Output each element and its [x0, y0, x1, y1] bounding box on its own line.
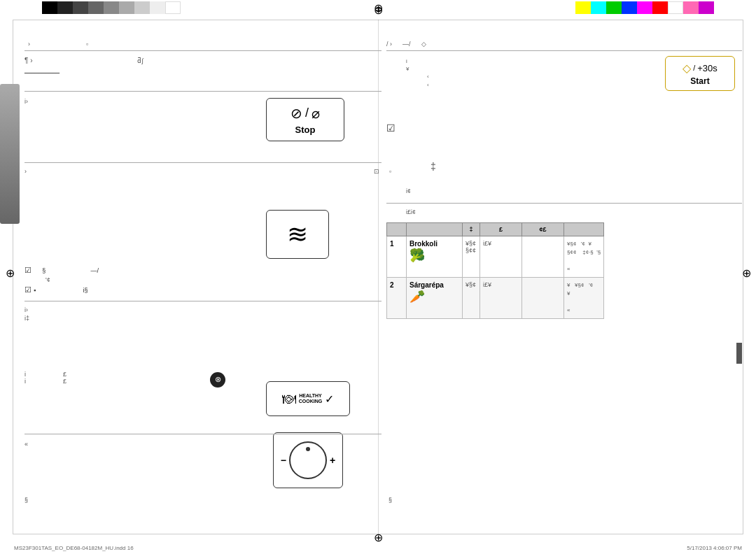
rp-top-line — [386, 50, 742, 51]
start-button-label: Start — [690, 76, 709, 86]
lp-bottom-currency: ££ — [63, 371, 66, 385]
lp-bottom-i: ii — [24, 371, 26, 385]
dial-indicator-dot — [306, 447, 310, 451]
right-reg-mark: ⊕ — [739, 266, 753, 280]
table-header-name — [407, 223, 463, 236]
paragraph-symbol: ¶ › — [24, 57, 32, 64]
dial-circle[interactable] — [289, 441, 327, 479]
row2-name-text: Sárgarépa — [410, 281, 459, 289]
diamond-icon: ◇ — [682, 62, 691, 75]
swatch-mid2 — [104, 1, 119, 14]
row2-col4: i£¥ — [480, 278, 522, 319]
check-icon-2: ☑ — [24, 285, 31, 294]
footer: MS23F301TAS_EO_DE68-04182M_HU.indd 16 5/… — [14, 545, 742, 551]
rp-box-sym: ▫ — [389, 168, 391, 175]
row1-num: 1 — [387, 236, 407, 278]
check-icon-right: ☑ — [386, 122, 396, 134]
table-row: 2 Sárgarépa 🥕 ¥§¢ i£¥ ¥ ¥§¢ '¢ ¥ « — [387, 278, 604, 319]
right-edge-mark — [736, 343, 742, 364]
swatch-cyan — [591, 1, 606, 14]
row2-col3: ¥§¢ — [463, 278, 480, 319]
swatch-lighter — [150, 1, 165, 14]
bottom-center-reg-mark: ⊕ — [371, 530, 385, 544]
lp-tick-note: '¢ — [46, 276, 50, 283]
row1-name: Brokkoli 🥦 — [407, 236, 463, 278]
square-sym: ▪ — [34, 287, 36, 294]
row2-name: Sárgarépa 🥕 — [407, 278, 463, 319]
healthy-ok-icon: ✓ — [325, 392, 334, 406]
dial-box: − + — [273, 432, 343, 488]
swatch-blue — [622, 1, 637, 14]
footer-datetime: 5/17/2013 4:06:07 PM — [687, 545, 742, 551]
swatch-white2 — [668, 1, 683, 14]
isec-sym: i§ — [83, 287, 88, 294]
swatch-white — [165, 1, 181, 14]
row1-col3: ¥§¢§¢¢ — [463, 236, 480, 278]
swatch-pink — [683, 1, 699, 14]
nav-box: ▫ — [86, 41, 88, 48]
stop-circle-slash-icon: ⊘ — [290, 105, 302, 122]
start-button-top: ◇ / +30s — [682, 62, 718, 75]
swatch-red — [652, 1, 668, 14]
footer-file-info: MS23F301TAS_EO_DE68-04182M_HU.indd 16 — [14, 545, 134, 551]
lp-sym-i: i› — [24, 98, 28, 105]
rp-currency-sym: i¢ — [406, 187, 411, 194]
swatch-dark1 — [57, 1, 73, 14]
rp-bottom-section: § — [388, 497, 392, 504]
lp-rule3 — [24, 301, 382, 301]
negative-circle-icon: ⊗ — [210, 372, 225, 388]
left-reg-mark: ⊕ — [3, 266, 17, 280]
food-table: ‡ £ ¢£ 1 Brokkoli 🥦 ¥§¢§¢¢ i£¥ ¥§¢ '¢ ¥ … — [386, 222, 604, 319]
grayscale-bar — [42, 1, 181, 14]
lp-sym-idagger: i› — [24, 306, 28, 313]
swatch-yellow — [575, 1, 591, 14]
lp-sym-idagger2: i‡ — [24, 315, 29, 322]
rp-rule1 — [386, 203, 742, 204]
lp-section1: ¶ › ƌ∫ — [24, 56, 144, 64]
row1-col4: i£¥ — [480, 236, 522, 278]
table-header-dagger: ‡ — [463, 223, 480, 236]
underline-link: __________ — [24, 66, 59, 73]
check-icon-1: ☑ — [24, 266, 31, 274]
lp-rule2 — [24, 162, 382, 163]
swatch-light1 — [119, 1, 134, 14]
lp-underline-text: __________ — [24, 65, 59, 73]
lp-rule1 — [24, 91, 382, 92]
swatch-dark2 — [73, 1, 88, 14]
lp-section3-sym-right: ⊡ — [374, 168, 379, 175]
doc-icon-box: ≋ — [266, 210, 329, 259]
swatch-green — [606, 1, 622, 14]
lp-check1: ☑ § —/ — [24, 266, 99, 275]
start-button[interactable]: ◇ / +30s Start — [665, 56, 735, 91]
section-symbol-right: ƌ∫ — [137, 57, 143, 64]
row1-name-text: Brokkoli — [410, 240, 459, 248]
rp-dagger: ‡ — [430, 161, 436, 172]
lp-section3-sym: › — [24, 168, 27, 175]
plate-icon-box: 🍽 HEALTHYCOOKING ✓ — [266, 381, 350, 416]
row2-icon: 🥕 — [410, 290, 425, 304]
swatch-black — [42, 1, 57, 14]
row2-notes: ¥ ¥§¢ '¢ ¥ « — [564, 278, 604, 319]
stop-button[interactable]: ⊘ / ⌀ Stop — [266, 98, 344, 141]
row2-col5 — [522, 278, 564, 319]
rp-small-text1: i¥ ‹ ‹ — [406, 57, 429, 89]
stop-separator: / — [305, 106, 309, 120]
doc-page-icon: ≋ — [287, 220, 308, 249]
row2-num: 2 — [387, 278, 407, 319]
start-plus30: / — [693, 64, 695, 72]
stop-alt-icon: ⌀ — [312, 105, 320, 122]
healthy-cooking-label: HEALTHYCOOKING — [299, 393, 322, 405]
lp-check2: ☑ ▪ i§ — [24, 285, 88, 294]
stop-button-icons: ⊘ / ⌀ — [290, 105, 320, 122]
row1-col5 — [522, 236, 564, 278]
lp-top-nav: › ▫ — [28, 41, 88, 48]
row1-notes: ¥§¢ '¢ ¥ §¢¢ ‡¢·§ '§ « — [564, 236, 604, 278]
dial-minus-label: − — [281, 455, 286, 466]
rp-check-mark: ☑ — [386, 122, 396, 134]
dial-plus-label: + — [330, 455, 335, 466]
rp-lic-sym: i£i¢ — [406, 208, 416, 215]
rp-top-nav: / › —/ ◇ — [386, 41, 426, 48]
dial-container: − + — [281, 441, 335, 479]
table-header-num — [387, 223, 407, 236]
lp-rule-bottom — [24, 434, 382, 434]
